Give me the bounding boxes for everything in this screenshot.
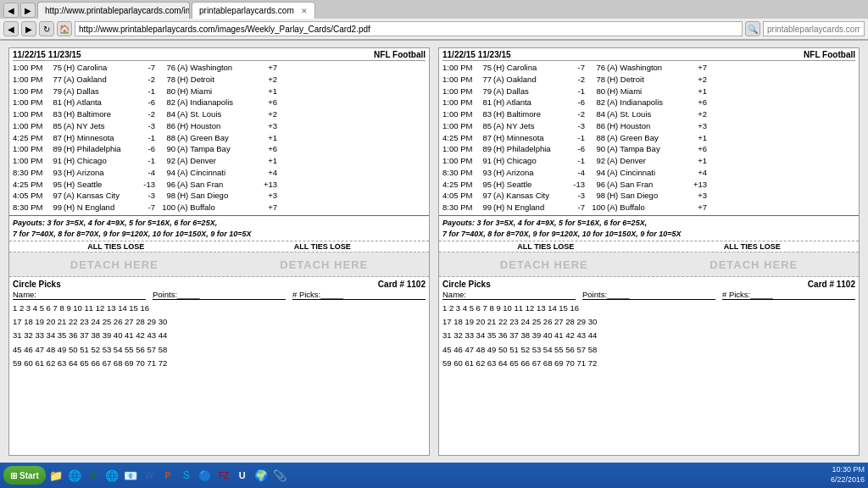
table-row: 1:00 PM 91 (H) Chicago -1 92 (A) Denver … — [13, 155, 426, 167]
table-row: 1:00 PM 77 (A) Oakland -2 78 (H) Detroit… — [442, 74, 855, 86]
game-num2: 88 — [159, 132, 177, 144]
tab-bar: ◀ ▶ http://www.printableparlaycards.com/… — [0, 0, 868, 19]
picks-label-right: # Picks:_____ — [722, 290, 855, 300]
game-spread1: -3 — [140, 190, 159, 202]
taskbar-icon-ppt[interactable]: P — [159, 467, 176, 484]
game-num2: 90 — [588, 143, 607, 155]
game-num1: 77 — [475, 74, 493, 86]
browser-nav-back[interactable]: ◀ — [3, 3, 19, 18]
address-bar[interactable] — [75, 21, 743, 36]
tab-parlay[interactable]: printableparlaycards.com ✕ — [192, 2, 315, 19]
games-section-left: 11/22/15 11/23/15 NFL Football 1:00 PM 7… — [9, 48, 429, 216]
table-row: 1:00 PM 85 (A) NY Jets -3 86 (H) Houston… — [442, 120, 855, 132]
taskbar-icon-excel[interactable]: X — [85, 467, 102, 484]
start-button[interactable]: ⊞ Start — [3, 466, 46, 485]
game-time: 4:25 PM — [442, 132, 475, 144]
payouts-text-right: 3 for 3=5X, 4 for 4=9X, 5 for 5=16X, 6 f… — [477, 219, 648, 227]
num-row-2-left: 17 18 19 20 21 22 23 24 25 26 27 28 29 3… — [13, 315, 426, 329]
game-team2: (A) Green Bay — [177, 132, 253, 144]
game-spread1: -2 — [570, 108, 588, 120]
payouts-text-left: 3 for 3=5X, 4 for 4=9X, 5 for 5=16X, 6 f… — [47, 219, 218, 227]
game-num2: 94 — [159, 167, 177, 179]
taskbar-icon-filezilla[interactable]: FZ — [215, 467, 232, 484]
taskbar-icon-browser2[interactable]: 🌐 — [103, 467, 120, 484]
game-num1: 99 — [45, 202, 64, 214]
home-button[interactable]: 🏠 — [57, 21, 72, 36]
game-team1: (A) NY Jets — [64, 120, 140, 132]
tab-close-icon[interactable]: ✕ — [301, 7, 308, 15]
taskbar-icon-email[interactable]: 📧 — [122, 467, 139, 484]
taskbar-icon-ie[interactable]: 🌐 — [66, 467, 83, 484]
dates-left: 11/22/15 11/23/15 — [13, 50, 81, 59]
game-team1: (A) NY Jets — [493, 120, 570, 132]
card-number-left: Card # 1102 — [378, 280, 426, 289]
game-num1: 75 — [45, 62, 64, 74]
back-button[interactable]: ◀ — [3, 21, 19, 36]
game-num1: 89 — [45, 143, 64, 155]
game-team1: (H) N England — [64, 202, 140, 214]
points-label-right: Points:_____ — [582, 290, 715, 300]
ties-left-1: ALL TIES LOSE — [87, 242, 144, 251]
system-clock: 10:30 PM 6/22/2016 — [831, 465, 865, 485]
refresh-button[interactable]: ↻ — [39, 21, 54, 36]
games-header-right: 11/22/15 11/23/15 NFL Football — [442, 50, 855, 61]
taskbar-icon-blue[interactable]: 🔵 — [197, 467, 214, 484]
game-team2: (H) Detroit — [607, 74, 683, 86]
table-row: 1:00 PM 75 (H) Carolina -7 76 (A) Washin… — [13, 62, 426, 74]
game-team1: (H) Chicago — [493, 155, 570, 167]
taskbar-icon-clip[interactable]: 📎 — [271, 467, 288, 484]
game-time: 1:00 PM — [13, 62, 45, 74]
game-team2: (H) Miami — [177, 86, 253, 97]
search-bar[interactable] — [763, 21, 865, 36]
taskbar-icon-u[interactable]: U — [234, 467, 251, 484]
game-num2: 86 — [588, 120, 607, 132]
taskbar-icon-chrome[interactable]: 🌍 — [253, 467, 270, 484]
detach-right-2: DETACH HERE — [709, 258, 798, 271]
game-num1: 97 — [45, 190, 64, 202]
game-team2: (A) Washington — [607, 62, 683, 74]
game-spread1: -7 — [570, 62, 588, 74]
game-num2: 90 — [159, 143, 177, 155]
game-spread2: +7 — [683, 62, 707, 74]
game-team2: (A) Cincinnati — [177, 167, 253, 179]
game-spread1: -7 — [140, 202, 159, 214]
game-time: 4:05 PM — [13, 190, 45, 202]
picks-header-right: Circle Picks Card # 1102 — [442, 280, 855, 289]
game-time: 8:30 PM — [13, 167, 45, 179]
game-spread2: +3 — [253, 120, 277, 132]
game-team2: (A) Buffalo — [177, 202, 253, 214]
picks-numbers-left: 1 2 3 4 5 6 7 8 9 10 11 12 13 14 15 16 1… — [13, 302, 426, 370]
table-row: 1:00 PM 83 (H) Baltimore -2 84 (A) St. L… — [13, 108, 426, 120]
ties-right-1: ALL TIES LOSE — [517, 242, 574, 251]
game-team2: (A) Tampa Bay — [607, 143, 683, 155]
games-table-right: 1:00 PM 75 (H) Carolina -7 76 (A) Washin… — [442, 62, 855, 214]
tab-pdf[interactable]: http://www.printableparlaycards.com/imag… — [37, 2, 190, 19]
taskbar-icon-explorer[interactable]: 📁 — [47, 467, 64, 484]
go-button[interactable]: 🔍 — [745, 21, 760, 36]
game-team2: (A) Indianapolis — [607, 97, 683, 108]
browser-nav-forward[interactable]: ▶ — [20, 3, 36, 18]
taskbar-icon-word[interactable]: W — [141, 467, 158, 484]
game-num2: 96 — [159, 179, 177, 191]
league-right: NFL Football — [804, 50, 855, 59]
taskbar-icon-skype[interactable]: S — [178, 467, 195, 484]
game-num2: 84 — [159, 108, 177, 120]
game-spread2: +1 — [683, 155, 707, 167]
forward-button[interactable]: ▶ — [21, 21, 36, 36]
game-num1: 91 — [475, 155, 493, 167]
game-spread2: +7 — [253, 62, 277, 74]
game-num2: 86 — [159, 120, 177, 132]
games-table-left: 1:00 PM 75 (H) Carolina -7 76 (A) Washin… — [13, 62, 426, 214]
game-num1: 87 — [475, 132, 493, 144]
num-row-1-right: 1 2 3 4 5 6 7 8 9 10 11 12 13 14 15 16 — [442, 302, 855, 315]
game-time: 1:00 PM — [13, 74, 45, 86]
card-number-right: Card # 1102 — [808, 280, 855, 289]
game-num1: 79 — [475, 86, 493, 97]
game-spread2: +2 — [253, 108, 277, 120]
game-spread2: +3 — [683, 190, 707, 202]
table-row: 1:00 PM 83 (H) Baltimore -2 84 (A) St. L… — [442, 108, 855, 120]
game-num1: 93 — [45, 167, 64, 179]
game-time: 1:00 PM — [442, 97, 475, 108]
card-panel-right: 11/22/15 11/23/15 NFL Football 1:00 PM 7… — [438, 47, 860, 456]
league-left: NFL Football — [374, 50, 426, 59]
